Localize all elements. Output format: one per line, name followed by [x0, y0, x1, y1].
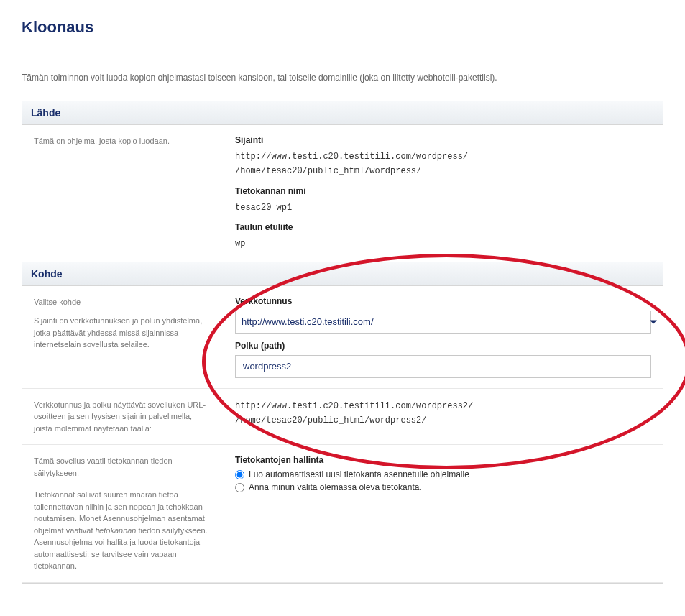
intro-text: Tämän toiminnon voit luoda kopion ohjelm…: [22, 73, 663, 83]
page-title: Kloonaus: [22, 18, 663, 37]
choose-label: Valitse kohde: [34, 296, 212, 308]
source-panel: Lähde Tämä on ohjelma, josta kopio luoda…: [22, 101, 663, 262]
location-label: Sijainti: [235, 135, 651, 145]
db-opt-manual-label: Anna minun valita olemassa oleva tietoka…: [249, 482, 422, 492]
db-desc1: Tämä sovellus vaatii tietokannan tiedon …: [34, 455, 212, 479]
db-desc2: Tietokannat sallivat suuren määrän tieto…: [34, 489, 212, 572]
source-path: /home/tesac20/public_html/wordpress/: [235, 164, 651, 178]
prefix-label: Taulun etuliite: [235, 222, 651, 232]
db-mgmt-label: Tietokantojen hallinta: [235, 455, 651, 465]
db-opt-auto-label: Luo automaattisesti uusi tietokanta asen…: [249, 469, 469, 479]
source-desc: Tämä on ohjelma, josta kopio luodaan.: [22, 125, 224, 262]
db-opt-manual-radio[interactable]: [235, 483, 244, 492]
preview-desc: Verkkotunnus ja polku näyttävät sovelluk…: [22, 389, 224, 445]
db-opt-auto-row[interactable]: Luo automaattisesti uusi tietokanta asen…: [235, 469, 651, 479]
domain-select[interactable]: http://www.testi.c20.testitili.com/: [235, 311, 651, 334]
choose-desc: Sijainti on verkkotunnuksen ja polun yhd…: [34, 315, 212, 351]
db-opt-manual-row[interactable]: Anna minun valita olemassa oleva tietoka…: [235, 482, 651, 492]
source-header: Lähde: [22, 101, 663, 125]
target-panel: Kohde Valitse kohde Sijainti on verkkotu…: [22, 262, 663, 584]
db-desc2-em: tietokannan: [96, 526, 137, 535]
preview-url: http://www.testi.c20.testitili.com/wordp…: [235, 399, 651, 413]
target-header: Kohde: [22, 262, 663, 286]
dbname-label: Tietokannan nimi: [235, 186, 651, 196]
source-url: http://www.testi.c20.testitili.com/wordp…: [235, 150, 651, 164]
preview-path: /home/tesac20/public_html/wordpress2/: [235, 413, 651, 428]
source-prefix: wp_: [235, 236, 651, 251]
path-label: Polku (path): [235, 341, 651, 351]
domain-label: Verkkotunnus: [235, 296, 651, 306]
source-dbname: tesac20_wp1: [235, 201, 651, 215]
path-input[interactable]: [235, 355, 651, 378]
db-opt-auto-radio[interactable]: [235, 470, 244, 479]
